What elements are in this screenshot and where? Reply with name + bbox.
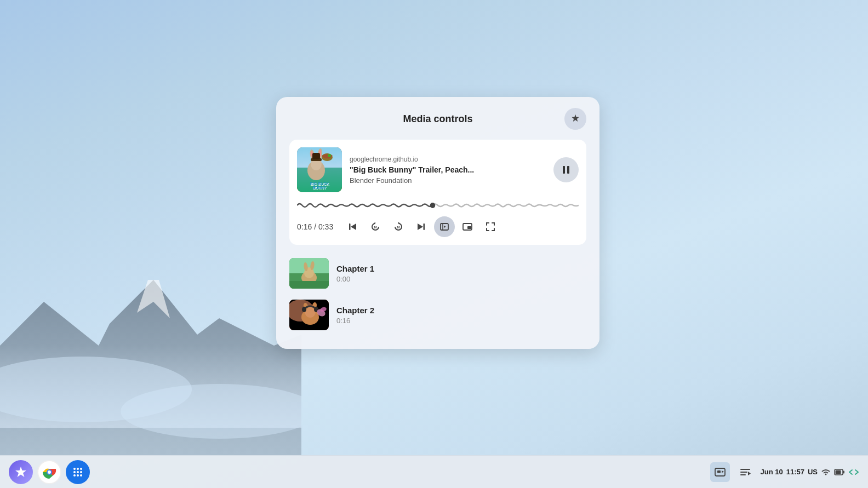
svg-point-61: [73, 474, 76, 476]
svg-point-19: [430, 203, 436, 208]
chapter-2-image: [289, 300, 329, 330]
svg-marker-27: [418, 223, 423, 230]
queue-taskbar-button[interactable]: [735, 462, 755, 482]
desktop: Media controls: [0, 0, 868, 488]
chapter-2-time: 0:16: [336, 317, 586, 325]
pip-icon: [462, 222, 472, 232]
svg-rect-26: [424, 223, 425, 230]
svg-point-48: [302, 307, 306, 312]
chapters-button[interactable]: [434, 216, 455, 237]
pin-icon: [570, 113, 581, 124]
chapter-1-name: Chapter 1: [336, 264, 586, 273]
chapter-2-name: Chapter 2: [336, 306, 586, 315]
chapter-item[interactable]: Chapter 1 0:00: [289, 252, 586, 294]
media-thumbnail: BIG BUCKBUNNY: [297, 147, 342, 192]
bbb-poster: BIG BUCKBUNNY: [297, 147, 342, 192]
svg-point-62: [77, 474, 79, 476]
media-taskbar-button[interactable]: [710, 462, 730, 482]
wifi-icon: [821, 467, 831, 477]
waveform: [297, 200, 579, 211]
pause-button[interactable]: [553, 157, 579, 182]
svg-point-57: [80, 468, 82, 470]
chapter-2-info: Chapter 2 0:16: [336, 306, 586, 325]
queue-taskbar-icon: [739, 466, 751, 478]
svg-point-6: [328, 154, 331, 157]
media-info-row: BIG BUCKBUNNY googlechrome.github.io "Bi…: [297, 147, 579, 192]
pause-icon: [561, 165, 571, 175]
forward-button[interactable]: 10: [388, 216, 409, 237]
time-display-taskbar: 11:57: [786, 468, 804, 476]
fullscreen-button[interactable]: [480, 216, 501, 237]
media-card: BIG BUCKBUNNY googlechrome.github.io "Bi…: [289, 140, 586, 245]
svg-rect-73: [843, 470, 845, 473]
taskbar: Jun 10 11:57 US: [0, 455, 868, 488]
progress-container[interactable]: [297, 200, 579, 211]
svg-rect-72: [836, 470, 841, 474]
skip-beginning-button[interactable]: [342, 216, 363, 237]
svg-rect-20: [349, 223, 351, 230]
taskbar-status[interactable]: Jun 10 11:57 US: [761, 467, 860, 477]
skip-forward-button[interactable]: [411, 216, 432, 237]
svg-marker-66: [722, 470, 724, 473]
media-source: googlechrome.github.io: [350, 156, 546, 163]
chapter-1-time: 0:00: [336, 275, 586, 283]
media-text: googlechrome.github.io "Big Buck Bunny" …: [350, 156, 546, 185]
launcher-icon: [14, 466, 27, 479]
chapters-icon: [439, 222, 449, 232]
time-display: 0:16 / 0:33: [297, 222, 333, 231]
media-taskbar-icon: [714, 466, 726, 478]
chapter-2-thumbnail: [289, 300, 329, 330]
taskbar-right: Jun 10 11:57 US: [710, 462, 860, 482]
taskbar-left: [9, 460, 90, 484]
fullscreen-icon: [486, 222, 495, 232]
svg-rect-32: [467, 226, 471, 229]
svg-marker-70: [748, 472, 751, 475]
pin-button[interactable]: [564, 108, 586, 130]
app-drawer-button[interactable]: [66, 460, 90, 484]
panel-title: Media controls: [311, 113, 564, 125]
forward-icon: 10: [393, 221, 404, 232]
chapter-1-image: [289, 258, 329, 289]
svg-point-58: [73, 471, 76, 473]
chapter-1-info: Chapter 1 0:00: [336, 264, 586, 283]
battery-icon: [834, 467, 845, 477]
chrome-button[interactable]: [37, 460, 61, 484]
controls-row: 0:16 / 0:33 10: [297, 216, 579, 237]
media-title: "Big Buck Bunny" Trailer, Peach...: [350, 165, 546, 174]
svg-point-63: [80, 474, 82, 476]
svg-point-60: [80, 471, 82, 473]
svg-point-54: [48, 470, 51, 474]
rewind-button[interactable]: 10: [365, 216, 386, 237]
pip-button[interactable]: [457, 216, 478, 237]
skip-beginning-icon: [347, 222, 357, 232]
chapter-item[interactable]: Chapter 2 0:16: [289, 294, 586, 336]
date-display: Jun 10: [761, 468, 783, 476]
svg-rect-14: [312, 153, 320, 159]
bbb-title-text: BIG BUCKBUNNY: [298, 182, 341, 190]
svg-point-56: [77, 468, 79, 470]
svg-rect-65: [717, 470, 721, 473]
mountain-decoration: [0, 236, 301, 455]
svg-marker-21: [351, 223, 356, 230]
panel-header: Media controls: [289, 108, 586, 130]
svg-text:10: 10: [397, 226, 400, 229]
svg-rect-15: [563, 166, 565, 174]
media-artist: Blender Foundation: [350, 176, 546, 185]
svg-rect-16: [567, 166, 569, 174]
chapter-list: Chapter 1 0:00: [289, 252, 586, 336]
chrome-icon: [42, 464, 57, 480]
dev-icon: [848, 467, 859, 477]
rewind-icon: 10: [370, 221, 381, 232]
media-controls-panel: Media controls: [276, 97, 599, 349]
svg-rect-40: [289, 281, 329, 289]
launcher-button[interactable]: [9, 460, 33, 484]
skip-forward-icon: [416, 222, 426, 232]
svg-text:10: 10: [374, 226, 377, 229]
svg-point-59: [77, 471, 79, 473]
locale-display: US: [808, 468, 818, 476]
svg-marker-30: [444, 226, 446, 228]
chapter-1-thumbnail: [289, 258, 329, 289]
app-drawer-icon: [72, 466, 84, 478]
svg-point-55: [73, 468, 76, 470]
